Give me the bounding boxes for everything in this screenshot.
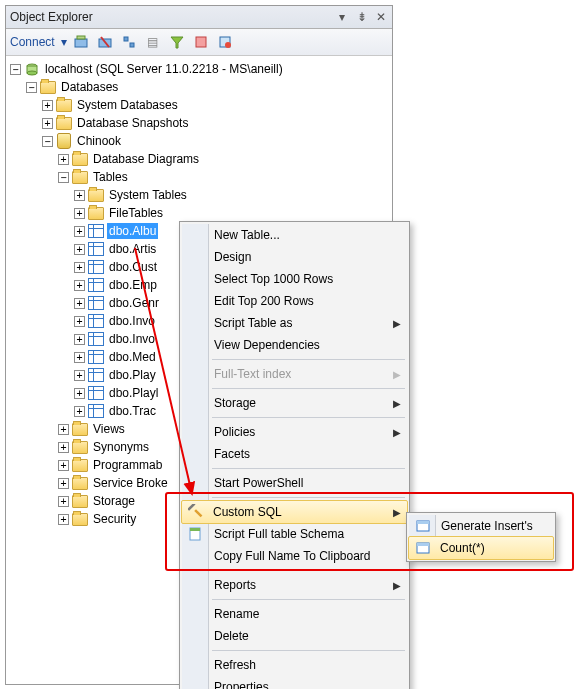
tree-databases[interactable]: − Databases <box>8 78 390 96</box>
ctx-custom-sql[interactable]: Custom SQL▶ <box>181 500 408 524</box>
sub-generate-inserts[interactable]: Generate Insert's <box>409 515 553 537</box>
ctx-fulltext-index: Full-Text index▶ <box>182 363 407 385</box>
table-icon <box>88 368 104 382</box>
ctx-refresh[interactable]: Refresh <box>182 654 407 676</box>
dropdown-icon[interactable]: ▾ <box>335 10 349 24</box>
ctx-start-powershell[interactable]: Start PowerShell <box>182 472 407 494</box>
ctx-script-full-schema[interactable]: Script Full table Schema <box>182 523 407 545</box>
svg-marker-6 <box>171 37 183 48</box>
script-icon <box>188 526 204 542</box>
svg-rect-16 <box>190 528 200 531</box>
table-icon <box>88 242 104 256</box>
folder-icon <box>72 494 88 508</box>
ctx-design[interactable]: Design <box>182 246 407 268</box>
folder-icon <box>72 512 88 526</box>
ctx-rename[interactable]: Rename <box>182 603 407 625</box>
svg-rect-14 <box>188 504 195 511</box>
table-icon <box>88 224 104 238</box>
svg-rect-18 <box>417 521 429 524</box>
svg-rect-5 <box>130 43 134 47</box>
tree-database-snapshots[interactable]: + Database Snapshots <box>8 114 390 132</box>
svg-rect-7 <box>196 37 206 47</box>
ctx-reports[interactable]: Reports▶ <box>182 574 407 596</box>
chevron-right-icon: ▶ <box>393 580 401 591</box>
filter-icon[interactable]: ▤ <box>143 32 163 52</box>
table-icon <box>88 278 104 292</box>
table-icon <box>88 260 104 274</box>
tools-icon <box>188 504 204 520</box>
folder-icon <box>72 170 88 184</box>
toolbar-button-2[interactable] <box>95 32 115 52</box>
ctx-select-top-1000[interactable]: Select Top 1000 Rows <box>182 268 407 290</box>
tree-server-root[interactable]: − localhost (SQL Server 11.0.2218 - MS\a… <box>8 60 390 78</box>
chevron-right-icon: ▶ <box>393 398 401 409</box>
database-icon <box>56 134 72 148</box>
ctx-copy-full-name[interactable]: Copy Full Name To Clipboard <box>182 545 407 567</box>
connect-dropdown-arrow[interactable]: ▾ <box>61 35 67 49</box>
folder-icon <box>40 80 56 94</box>
tree-system-databases[interactable]: + System Databases <box>8 96 390 114</box>
filter-funnel-icon[interactable] <box>167 32 187 52</box>
table-icon <box>88 386 104 400</box>
folder-icon <box>72 476 88 490</box>
table-icon <box>415 518 431 534</box>
panel-title: Object Explorer <box>10 10 333 24</box>
folder-icon <box>56 116 72 130</box>
ctx-policies[interactable]: Policies▶ <box>182 421 407 443</box>
ctx-properties[interactable]: Properties <box>182 676 407 689</box>
svg-rect-20 <box>417 543 429 546</box>
ctx-facets[interactable]: Facets <box>182 443 407 465</box>
toolbar-button-3[interactable] <box>119 32 139 52</box>
panel-title-bar: Object Explorer ▾ ⇟ ✕ <box>6 6 392 29</box>
table-icon <box>88 332 104 346</box>
table-icon <box>88 314 104 328</box>
folder-icon <box>72 440 88 454</box>
table-icon <box>88 404 104 418</box>
toolbar-button-7[interactable] <box>215 32 235 52</box>
folder-icon <box>56 98 72 112</box>
toolbar-button-6[interactable] <box>191 32 211 52</box>
context-submenu-custom-sql: Generate Insert's Count(*) <box>406 512 556 562</box>
table-icon <box>88 350 104 364</box>
folder-icon <box>72 422 88 436</box>
ctx-storage[interactable]: Storage▶ <box>182 392 407 414</box>
tree-filetables[interactable]: + FileTables <box>8 204 390 222</box>
sub-count-star[interactable]: Count(*) <box>408 536 554 560</box>
close-icon[interactable]: ✕ <box>374 10 388 24</box>
server-icon <box>24 62 40 76</box>
connect-dropdown[interactable]: Connect <box>10 35 57 49</box>
chevron-right-icon: ▶ <box>393 318 401 329</box>
svg-rect-4 <box>124 37 128 41</box>
tree-system-tables[interactable]: + System Tables <box>8 186 390 204</box>
svg-rect-1 <box>77 36 85 39</box>
context-menu: New Table... Design Select Top 1000 Rows… <box>179 221 410 689</box>
table-icon <box>88 296 104 310</box>
tree-database-diagrams[interactable]: + Database Diagrams <box>8 150 390 168</box>
tree-tables[interactable]: − Tables <box>8 168 390 186</box>
ctx-edit-top-200[interactable]: Edit Top 200 Rows <box>182 290 407 312</box>
chevron-right-icon: ▶ <box>393 427 401 438</box>
ctx-view-dependencies[interactable]: View Dependencies <box>182 334 407 356</box>
svg-rect-0 <box>75 39 87 47</box>
toolbar: Connect ▾ ▤ <box>6 29 392 56</box>
ctx-script-table-as[interactable]: Script Table as▶ <box>182 312 407 334</box>
chevron-right-icon: ▶ <box>393 369 401 380</box>
chevron-right-icon: ▶ <box>393 507 401 518</box>
svg-rect-13 <box>194 509 202 517</box>
svg-point-9 <box>225 42 231 48</box>
pin-icon[interactable]: ⇟ <box>355 10 369 24</box>
toolbar-button-1[interactable] <box>71 32 91 52</box>
folder-icon <box>88 206 104 220</box>
table-icon <box>415 540 431 556</box>
tree-db-chinook[interactable]: − Chinook <box>8 132 390 150</box>
folder-icon <box>88 188 104 202</box>
ctx-new-table[interactable]: New Table... <box>182 224 407 246</box>
svg-point-12 <box>27 71 37 75</box>
folder-icon <box>72 152 88 166</box>
ctx-delete[interactable]: Delete <box>182 625 407 647</box>
folder-icon <box>72 458 88 472</box>
